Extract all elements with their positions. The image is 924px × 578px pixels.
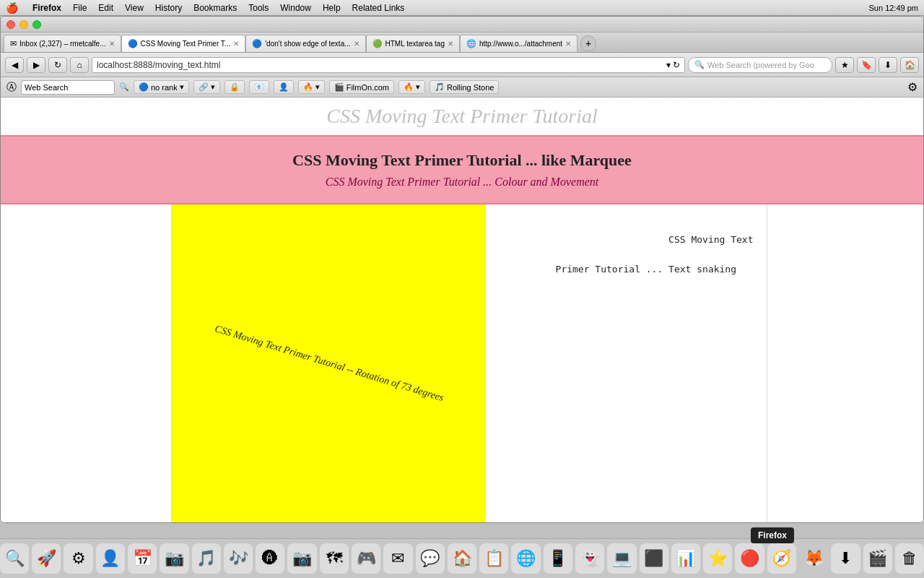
col-mid: CSS Moving Text Primer Tutorial -- Rotat… xyxy=(172,204,486,522)
bookmark-star-button[interactable]: ★ xyxy=(835,57,854,73)
tab-close-attach[interactable]: ✕ xyxy=(565,40,571,48)
dock-downloads[interactable]: ⬇ xyxy=(831,543,860,574)
dock-quicktime[interactable]: ⭐ xyxy=(703,543,732,574)
tab-label-css: CSS Moving Text Primer T... xyxy=(141,40,231,48)
bookmark-a-icon[interactable]: Ⓐ xyxy=(6,81,17,94)
dock-appstore[interactable]: 🅐 xyxy=(256,543,284,574)
dock-home2[interactable]: 🏠 xyxy=(448,543,476,574)
dock-mail[interactable]: ✉ xyxy=(383,543,412,574)
dock-terminal[interactable]: ⬛ xyxy=(640,543,668,574)
menu-firefox[interactable]: Firefox xyxy=(32,3,61,13)
dock-finder[interactable]: 🔍 xyxy=(0,543,29,574)
dock-launchpad[interactable]: 🚀 xyxy=(32,543,61,574)
dock-iphone[interactable]: 📱 xyxy=(544,543,572,574)
dock-camera[interactable]: 📷 xyxy=(287,543,316,574)
dock-imovie[interactable]: 🎬 xyxy=(863,543,892,574)
bookmark-link1[interactable]: 🔗▾ xyxy=(193,80,220,94)
tab-close-html[interactable]: ✕ xyxy=(448,40,453,48)
tab-label-attach: http://www.o.../attachment xyxy=(479,40,562,48)
new-tab-button[interactable]: + xyxy=(580,35,596,51)
dock-firefox[interactable]: 🦊 xyxy=(799,543,828,574)
web-search-input[interactable] xyxy=(21,80,115,95)
menu-tools[interactable]: Tools xyxy=(248,3,269,13)
page-title: CSS Moving Text Primer Tutorial xyxy=(326,105,597,127)
bookmark-gmail[interactable]: 📧 xyxy=(249,80,269,94)
reload-button[interactable]: ↻ xyxy=(48,57,67,73)
home-nav-button[interactable]: 🏠 xyxy=(900,57,919,73)
search-bar[interactable]: 🔍 Web Search (powered by Goo xyxy=(688,57,832,73)
download-button[interactable]: ⬇ xyxy=(879,57,897,73)
page-content: CSS Moving Text Primer Tutorial CSS Movi… xyxy=(1,98,923,522)
pink-subtitle: CSS Moving Text Primer Tutorial ... Colo… xyxy=(15,176,909,189)
tab-textarea[interactable]: 🔵 'don't show edge of texta... ✕ xyxy=(245,35,365,52)
firefox-tooltip: Firefox xyxy=(751,527,794,543)
dock-preferences[interactable]: ⚙ xyxy=(64,543,92,574)
bm-dropdown-icon4[interactable]: ▾ xyxy=(416,82,420,92)
col-left xyxy=(1,204,172,522)
tab-css-tutorial[interactable]: 🔵 CSS Moving Text Primer T... ✕ xyxy=(121,35,246,52)
dock-safari[interactable]: 🧭 xyxy=(767,543,796,574)
bookmark-rolling-stone[interactable]: 🎵Rolling Stone xyxy=(430,80,499,94)
menu-history[interactable]: History xyxy=(155,3,182,13)
menu-help[interactable]: Help xyxy=(323,3,341,13)
url-icons: ▾ ↻ xyxy=(666,60,680,70)
dock-opera[interactable]: 🔴 xyxy=(735,543,764,574)
tab-close-textarea[interactable]: ✕ xyxy=(354,40,359,48)
bm-dropdown-icon3[interactable]: ▾ xyxy=(315,82,320,92)
tab-close-gmail[interactable]: ✕ xyxy=(109,40,115,48)
back-button[interactable]: ◀ xyxy=(5,57,24,73)
dock-reminders[interactable]: 📋 xyxy=(479,543,508,574)
url-refresh-icon[interactable]: ↻ xyxy=(673,60,680,70)
bm-dropdown-icon[interactable]: ▾ xyxy=(180,82,184,92)
url-dropdown-icon[interactable]: ▾ xyxy=(666,60,671,70)
dock-music[interactable]: 🎵 xyxy=(192,543,221,574)
bookmarks-settings-icon[interactable]: ⚙ xyxy=(907,80,918,94)
menu-view[interactable]: View xyxy=(125,3,144,13)
minimize-button[interactable] xyxy=(19,20,28,29)
dock-calendar[interactable]: 📅 xyxy=(128,543,157,574)
dock-activity[interactable]: 📊 xyxy=(671,543,700,574)
dock-vmware[interactable]: 💻 xyxy=(607,543,636,574)
tab-close-css[interactable]: ✕ xyxy=(233,40,239,48)
dock-itunes[interactable]: 🎶 xyxy=(224,543,253,574)
nav-bar: ◀ ▶ ↻ ⌂ localhost:8888/moving_text.html … xyxy=(1,53,923,77)
close-button[interactable] xyxy=(6,20,15,29)
tab-gmail[interactable]: ✉ Inbox (2,327) – rmetcalfe... ✕ xyxy=(4,35,121,52)
menu-file[interactable]: File xyxy=(73,3,87,13)
bookmark-fire2[interactable]: 🔥▾ xyxy=(398,80,425,94)
dock-contacts[interactable]: 👤 xyxy=(96,543,125,574)
dock-photos[interactable]: 📷 xyxy=(160,543,188,574)
bookmark-link2[interactable]: 🔒 xyxy=(225,80,245,94)
home-button[interactable]: ⌂ xyxy=(70,57,89,73)
dock-maps[interactable]: 🗺 xyxy=(320,543,349,574)
dock-games[interactable]: 🎮 xyxy=(352,543,380,574)
bookmark-user[interactable]: 👤 xyxy=(274,80,294,94)
tab-favicon-textarea: 🔵 xyxy=(252,39,262,48)
bookmark-save-button[interactable]: 🔖 xyxy=(857,57,876,73)
bookmark-fire[interactable]: 🔥▾ xyxy=(298,80,325,94)
maximize-button[interactable] xyxy=(32,20,41,29)
dock-chrome[interactable]: 🌐 xyxy=(511,543,540,574)
menu-related-links[interactable]: Related Links xyxy=(352,3,405,13)
menu-edit[interactable]: Edit xyxy=(98,3,113,13)
menu-bar-right: Sun 12:49 pm xyxy=(869,4,919,12)
url-bar[interactable]: localhost:8888/moving_text.html ▾ ↻ xyxy=(92,57,685,73)
dock-messages[interactable]: 💬 xyxy=(416,543,445,574)
forward-button[interactable]: ▶ xyxy=(27,57,45,73)
col-right: CSS Moving Text Primer Tutorial ... Text… xyxy=(486,204,766,522)
dock-trash[interactable]: 🗑 xyxy=(895,543,924,574)
snaking-line1: CSS Moving Text xyxy=(556,234,754,245)
bm-dropdown-icon2[interactable]: ▾ xyxy=(211,82,215,92)
tab-html-textarea[interactable]: 🟢 HTML textarea tag ✕ xyxy=(366,35,460,52)
menu-window[interactable]: Window xyxy=(280,3,311,13)
tab-favicon-css: 🔵 xyxy=(128,39,138,48)
apple-menu[interactable]: 🍎 xyxy=(6,2,18,14)
bookmark-filmon[interactable]: 🎬FilmOn.com xyxy=(329,80,394,94)
menu-bar: 🍎 Firefox File Edit View History Bookmar… xyxy=(0,0,924,16)
tab-favicon: ✉ xyxy=(10,39,17,48)
bookmark-norank[interactable]: 🔵 no rank ▾ xyxy=(134,80,189,94)
menu-bookmarks[interactable]: Bookmarks xyxy=(193,3,237,13)
tab-attachment[interactable]: 🌐 http://www.o.../attachment ✕ xyxy=(460,35,578,52)
search-go-button[interactable]: 🔍 xyxy=(119,82,129,92)
dock-eventghost[interactable]: 👻 xyxy=(575,543,604,574)
